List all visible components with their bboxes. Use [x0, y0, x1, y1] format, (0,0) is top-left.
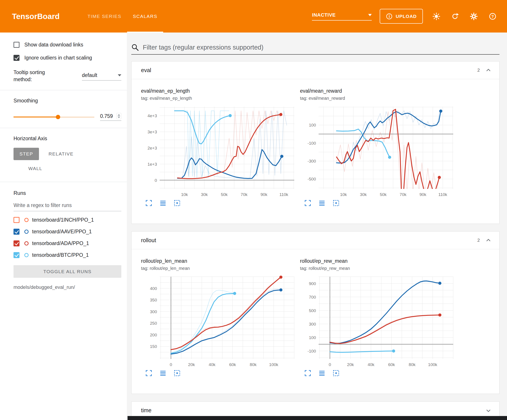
horizontal-axis-label: Horizontal Axis [0, 136, 127, 142]
fit-domain-icon[interactable] [174, 370, 180, 376]
theme-brightness-icon[interactable] [433, 13, 440, 20]
svg-text:60k: 60k [388, 362, 395, 367]
slider-thumb[interactable] [56, 115, 60, 119]
svg-text:300: 300 [309, 322, 316, 326]
svg-text:100: 100 [309, 123, 316, 127]
svg-text:10k: 10k [181, 192, 188, 197]
svg-text:0: 0 [329, 362, 331, 367]
run-row-ada[interactable]: tensorboard/ADA/PPO_1 [0, 241, 127, 246]
models-path-label: models/debugged_eval_run/ [0, 284, 127, 290]
chevron-up-icon[interactable] [486, 68, 491, 73]
chart-canvas[interactable]: 020k40k60k80k100k-100100300500700900 [300, 275, 455, 368]
chevron-down-icon[interactable] [486, 408, 491, 413]
run-color-indicator [24, 253, 28, 257]
svg-text:?: ? [492, 14, 494, 19]
run-row-aave[interactable]: tensorboard/AAVE/PPO_1 [0, 229, 127, 235]
smoothing-slider[interactable] [14, 115, 94, 119]
run-color-indicator [24, 241, 28, 246]
svg-text:3e+3: 3e+3 [148, 130, 157, 134]
status-dropdown-value: INACTIVE [312, 12, 336, 18]
section-title: rollout [141, 237, 156, 243]
smoothing-label: Smoothing [0, 98, 127, 104]
run-checkbox[interactable] [14, 229, 20, 235]
svg-text:350: 350 [150, 298, 157, 302]
section-rollout-header[interactable]: rollout 2 [132, 232, 499, 249]
axis-relative-button[interactable]: RELATIVE [42, 148, 79, 160]
refresh-icon[interactable] [451, 13, 459, 20]
svg-text:-500: -500 [308, 177, 316, 181]
expand-chart-icon[interactable] [304, 370, 311, 376]
run-color-indicator [24, 218, 28, 222]
run-row-btc[interactable]: tensorboard/BTC/PPO_1 [0, 252, 127, 258]
svg-text:900: 900 [309, 281, 316, 286]
svg-text:150: 150 [150, 344, 157, 349]
tab-time-series[interactable]: TIME SERIES [82, 0, 127, 33]
ignore-outliers-checkbox[interactable] [14, 55, 20, 61]
chart-canvas[interactable]: 10k30k50k70k90k110k01e+32e+33e+34e+3 [141, 104, 296, 198]
expand-chart-icon[interactable] [145, 200, 152, 206]
upload-button[interactable]: UPLOAD [380, 9, 423, 24]
status-dropdown[interactable]: INACTIVE [312, 12, 372, 21]
svg-text:40k: 40k [209, 362, 215, 367]
svg-text:1e+3: 1e+3 [148, 162, 157, 166]
svg-text:2e+3: 2e+3 [148, 146, 157, 150]
axis-step-button[interactable]: STEP [14, 148, 39, 160]
settings-gear-icon[interactable] [470, 12, 478, 20]
show-download-links-checkbox[interactable] [14, 42, 20, 48]
tooltip-sorting-select[interactable]: default [82, 72, 121, 81]
stepper-down-icon[interactable] [118, 117, 120, 118]
help-icon[interactable]: ? [489, 13, 496, 20]
fit-domain-icon[interactable] [174, 200, 180, 206]
axis-wall-button[interactable]: WALL [22, 162, 48, 175]
run-color-indicator [24, 230, 28, 234]
run-label: tensorboard/BTC/PPO_1 [32, 252, 89, 258]
run-label: tensorboard/ADA/PPO_1 [32, 241, 89, 246]
toggle-all-runs-button[interactable]: TOGGLE ALL RUNS [14, 265, 121, 278]
svg-text:-100: -100 [308, 141, 316, 145]
section-count: 2 [477, 68, 480, 73]
app-title: TensorBoard [12, 12, 60, 21]
view-data-icon[interactable] [160, 200, 166, 206]
fit-domain-icon[interactable] [333, 370, 339, 376]
run-checkbox[interactable] [14, 252, 20, 258]
chart-canvas[interactable]: 020k40k60k80k100k150200250300350400 [141, 275, 296, 368]
fit-domain-icon[interactable] [333, 200, 339, 206]
tab-bar: TIME SERIES SCALARS [82, 0, 163, 33]
stepper-up-icon[interactable] [118, 114, 120, 116]
chart-title: rollout/ep_len_mean [141, 258, 296, 264]
svg-text:100k: 100k [428, 362, 437, 367]
view-data-icon[interactable] [160, 370, 166, 376]
run-checkbox[interactable] [14, 217, 20, 223]
run-label: tensorboard/AAVE/PPO_1 [32, 229, 92, 235]
run-row-1inch[interactable]: tensorboard/1INCH/PPO_1 [0, 217, 127, 223]
svg-text:90k: 90k [261, 192, 268, 197]
runs-filter-input[interactable] [14, 202, 121, 211]
view-data-icon[interactable] [319, 200, 325, 206]
expand-chart-icon[interactable] [145, 370, 152, 376]
section-eval-header[interactable]: eval 2 [132, 62, 499, 79]
chevron-up-icon[interactable] [486, 238, 491, 243]
run-checkbox[interactable] [14, 241, 20, 246]
svg-text:20k: 20k [347, 362, 354, 367]
svg-text:30k: 30k [201, 192, 208, 197]
svg-text:-100: -100 [308, 349, 316, 353]
chart-rollout-ep-rew-mean: rollout/ep_rew_mean tag: rollout/ep_rew_… [300, 258, 455, 376]
svg-text:400: 400 [150, 286, 157, 291]
ignore-outliers-row: Ignore outliers in chart scaling [0, 55, 127, 61]
tag-filter-input[interactable] [143, 44, 500, 51]
chart-tag: tag: eval/mean_reward [300, 96, 455, 101]
divider [0, 128, 127, 128]
svg-text:50k: 50k [221, 192, 228, 197]
view-data-icon[interactable] [319, 370, 325, 376]
section-rollout-body: rollout/ep_len_mean tag: rollout/ep_len_… [132, 249, 499, 394]
toggle-all-runs-row: TOGGLE ALL RUNS [0, 258, 127, 278]
upload-button-label: UPLOAD [396, 14, 417, 19]
chart-title: eval/mean_reward [300, 88, 455, 94]
stepper-buttons[interactable] [116, 113, 121, 119]
chart-canvas[interactable]: 10k30k50k70k90k110k100-100-300-500 [300, 104, 455, 198]
smoothing-value-field[interactable]: 0.759 [100, 113, 121, 121]
svg-text:200: 200 [150, 333, 157, 337]
chevron-down-icon [368, 14, 372, 16]
tab-scalars[interactable]: SCALARS [127, 0, 163, 33]
expand-chart-icon[interactable] [304, 200, 311, 206]
